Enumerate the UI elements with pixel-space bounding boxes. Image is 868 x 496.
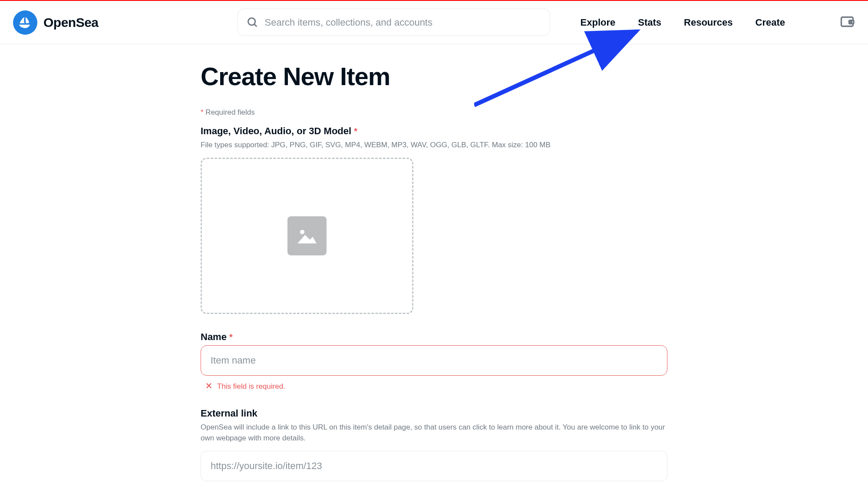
required-fields-note: * Required fields xyxy=(201,108,667,117)
search-input[interactable] xyxy=(265,17,541,28)
upload-help: File types supported: JPG, PNG, GIF, SVG… xyxy=(201,139,667,151)
nav-resources[interactable]: Resources xyxy=(684,17,733,28)
upload-label: Image, Video, Audio, or 3D Model * xyxy=(201,126,667,137)
asterisk-icon: * xyxy=(201,108,204,116)
opensea-logo-icon xyxy=(13,10,37,35)
main-content: Create New Item * Required fields Image,… xyxy=(201,44,667,496)
svg-point-7 xyxy=(300,230,304,234)
search-icon xyxy=(247,17,259,29)
nav-stats[interactable]: Stats xyxy=(638,17,661,28)
required-fields-label: Required fields xyxy=(205,108,254,116)
logo[interactable]: OpenSea xyxy=(13,10,99,35)
svg-marker-8 xyxy=(297,235,317,243)
brand-name: OpenSea xyxy=(43,15,99,30)
search-container xyxy=(238,9,550,36)
nav-create[interactable]: Create xyxy=(756,17,785,28)
header: OpenSea Explore Stats Resources Create xyxy=(0,1,868,44)
svg-line-1 xyxy=(254,24,257,26)
nav-explore[interactable]: Explore xyxy=(581,17,616,28)
wallet-icon[interactable] xyxy=(839,14,855,31)
name-label: Name * xyxy=(201,331,667,343)
error-x-icon xyxy=(205,382,213,391)
name-section: Name * This field is required. xyxy=(201,331,667,391)
name-input[interactable] xyxy=(201,345,667,376)
search-box[interactable] xyxy=(238,9,550,36)
external-link-label: External link xyxy=(201,408,667,419)
asterisk-icon: * xyxy=(229,332,233,342)
svg-point-4 xyxy=(851,21,852,23)
upload-dropzone[interactable] xyxy=(201,158,413,314)
upload-section: Image, Video, Audio, or 3D Model * File … xyxy=(201,126,667,314)
page-title: Create New Item xyxy=(201,62,667,91)
external-link-input[interactable] xyxy=(201,451,667,481)
asterisk-icon: * xyxy=(354,126,357,136)
name-error-text: This field is required. xyxy=(217,382,285,391)
name-error: This field is required. xyxy=(201,382,667,391)
svg-point-0 xyxy=(248,18,255,25)
main-nav: Explore Stats Resources Create xyxy=(581,17,785,28)
external-link-section: External link OpenSea will include a lin… xyxy=(201,408,667,481)
external-link-help: OpenSea will include a link to this URL … xyxy=(201,422,667,444)
image-placeholder-icon xyxy=(287,216,327,255)
